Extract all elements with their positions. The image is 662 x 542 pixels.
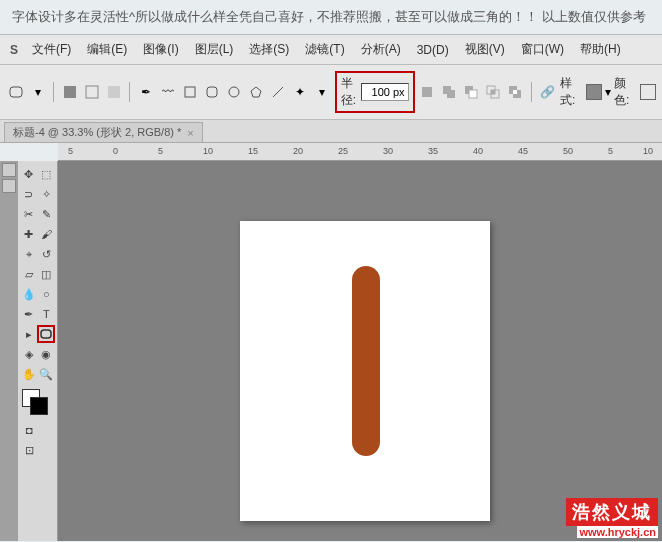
eraser-tool-icon[interactable]: ▱ <box>20 265 38 283</box>
type-tool-icon[interactable]: T <box>38 305 56 323</box>
ellipse-shape-icon[interactable] <box>224 81 243 103</box>
hand-tool-icon[interactable]: ✋ <box>20 365 38 383</box>
menu-view[interactable]: 视图(V) <box>459 39 511 60</box>
3d-camera-icon[interactable]: ◉ <box>38 345 56 363</box>
ruler-tick: 30 <box>383 146 393 156</box>
tutorial-note: 字体设计多在灵活性^所以做成什么样全凭自己喜好，不推荐照搬，甚至可以做成三角的！… <box>0 0 662 34</box>
svg-rect-4 <box>185 87 195 97</box>
quickmask-icon[interactable]: ◘ <box>20 421 38 439</box>
ruler-tick: 20 <box>293 146 303 156</box>
svg-rect-2 <box>86 86 98 98</box>
freeform-pen-icon[interactable]: 〰 <box>158 81 177 103</box>
line-shape-icon[interactable] <box>269 81 288 103</box>
menu-window[interactable]: 窗口(W) <box>515 39 570 60</box>
dropdown-icon[interactable]: ▾ <box>28 81 47 103</box>
history-brush-icon[interactable]: ↺ <box>38 245 56 263</box>
rounded-rect-tool-icon[interactable] <box>6 81 25 103</box>
svg-rect-20 <box>41 330 51 338</box>
horizontal-ruler: 5 0 5 10 15 20 25 30 35 40 45 50 5 10 <box>58 143 662 161</box>
watermark: 浩然义城 www.hryckj.cn <box>566 498 658 538</box>
path-select-icon[interactable]: ▸ <box>20 325 37 343</box>
polygon-shape-icon[interactable] <box>247 81 266 103</box>
link-icon[interactable]: 🔗 <box>538 81 557 103</box>
document-tab[interactable]: 标题-4 @ 33.3% (形状 2, RGB/8) * × <box>4 122 203 142</box>
style-swatch[interactable] <box>586 84 602 100</box>
rounded-rect-shape[interactable] <box>352 266 380 456</box>
ruler-tick: 35 <box>428 146 438 156</box>
close-icon[interactable]: × <box>187 127 193 139</box>
watermark-url: www.hryckj.cn <box>577 526 658 538</box>
color-label: 颜色: <box>614 75 637 109</box>
pen-icon[interactable]: ✒ <box>136 81 155 103</box>
mode-fill-icon[interactable] <box>104 81 123 103</box>
color-swatch[interactable] <box>640 84 656 100</box>
gradient-tool-icon[interactable]: ◫ <box>38 265 56 283</box>
menu-file[interactable]: 文件(F) <box>26 39 77 60</box>
wand-tool-icon[interactable]: ✧ <box>38 185 56 203</box>
stamp-tool-icon[interactable]: ⌖ <box>20 245 38 263</box>
options-bar: ▾ ✒ 〰 ✦ ▾ 半径: 🔗 样式: ▾ 颜色: <box>0 65 662 120</box>
shape-options-icon[interactable]: ▾ <box>313 81 332 103</box>
menu-analysis[interactable]: 分析(A) <box>355 39 407 60</box>
toolbox: ✥⬚ ⊃✧ ✂✎ ✚🖌 ⌖↺ ▱◫ 💧○ ✒T ▸ ◈◉ ✋🔍 ◘ ⊡ <box>18 161 58 541</box>
radius-highlight: 半径: <box>335 71 415 113</box>
svg-rect-11 <box>447 90 455 98</box>
menu-edit[interactable]: 编辑(E) <box>81 39 133 60</box>
menu-filter[interactable]: 滤镜(T) <box>299 39 350 60</box>
svg-rect-16 <box>491 90 495 94</box>
zoom-tool-icon[interactable]: 🔍 <box>38 365 56 383</box>
lasso-tool-icon[interactable]: ⊃ <box>20 185 38 203</box>
heal-tool-icon[interactable]: ✚ <box>20 225 38 243</box>
combine-subtract-icon[interactable] <box>462 81 481 103</box>
svg-rect-0 <box>10 87 22 97</box>
svg-rect-19 <box>513 90 517 94</box>
watermark-text: 浩然义城 <box>566 498 658 526</box>
menu-image[interactable]: 图像(I) <box>137 39 184 60</box>
canvas-viewport[interactable] <box>58 161 662 541</box>
combine-new-icon[interactable] <box>418 81 437 103</box>
ruler-tick: 15 <box>248 146 258 156</box>
screenmode-icon[interactable]: ⊡ <box>20 441 38 459</box>
app-letter: S <box>6 43 22 57</box>
combine-add-icon[interactable] <box>440 81 459 103</box>
svg-rect-1 <box>64 86 76 98</box>
pen-tool-icon[interactable]: ✒ <box>20 305 38 323</box>
document-canvas[interactable] <box>240 221 490 521</box>
marquee-tool-icon[interactable]: ⬚ <box>38 165 56 183</box>
combine-exclude-icon[interactable] <box>506 81 525 103</box>
ruler-tick: 0 <box>113 146 118 156</box>
custom-shape-icon[interactable]: ✦ <box>291 81 310 103</box>
menu-help[interactable]: 帮助(H) <box>574 39 627 60</box>
rect-shape-icon[interactable] <box>180 81 199 103</box>
svg-line-8 <box>273 87 283 97</box>
separator <box>531 82 532 102</box>
eyedropper-tool-icon[interactable]: ✎ <box>38 205 56 223</box>
mode-shape-icon[interactable] <box>60 81 79 103</box>
separator <box>53 82 54 102</box>
radius-input[interactable] <box>361 83 409 101</box>
ruler-tick: 10 <box>203 146 213 156</box>
blur-tool-icon[interactable]: 💧 <box>20 285 38 303</box>
rounded-rect-tool-icon[interactable] <box>37 325 55 343</box>
dock-icon[interactable] <box>2 163 16 177</box>
menu-layer[interactable]: 图层(L) <box>189 39 240 60</box>
3d-tool-icon[interactable]: ◈ <box>20 345 38 363</box>
combine-intersect-icon[interactable] <box>484 81 503 103</box>
move-tool-icon[interactable]: ✥ <box>20 165 38 183</box>
ruler-tick: 40 <box>473 146 483 156</box>
svg-point-6 <box>229 87 239 97</box>
dock-icon[interactable] <box>2 179 16 193</box>
mode-path-icon[interactable] <box>82 81 101 103</box>
brush-tool-icon[interactable]: 🖌 <box>38 225 56 243</box>
rounded-rect-shape-icon[interactable] <box>202 81 221 103</box>
style-dropdown-icon[interactable]: ▾ <box>605 85 611 99</box>
ruler-tick: 45 <box>518 146 528 156</box>
color-swatches[interactable] <box>20 389 55 419</box>
menu-select[interactable]: 选择(S) <box>243 39 295 60</box>
crop-tool-icon[interactable]: ✂ <box>20 205 38 223</box>
svg-rect-13 <box>469 90 477 98</box>
menu-3d[interactable]: 3D(D) <box>411 41 455 59</box>
dodge-tool-icon[interactable]: ○ <box>38 285 56 303</box>
background-swatch[interactable] <box>30 397 48 415</box>
svg-rect-9 <box>422 87 432 97</box>
